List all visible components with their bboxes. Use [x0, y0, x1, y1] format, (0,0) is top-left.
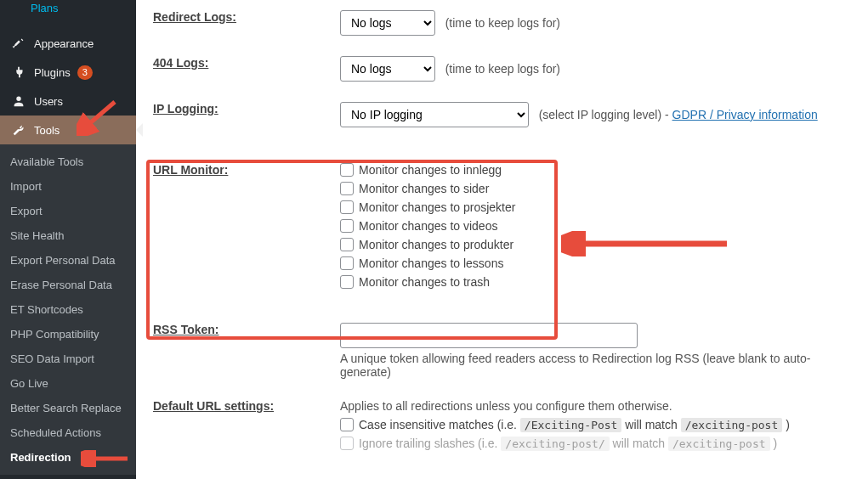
sidebar-subitem[interactable]: Go Live — [0, 371, 136, 396]
ignore-label: Ignore trailing slashes (i.e. /exciting-… — [359, 437, 777, 450]
sidebar-item-plans[interactable]: Plans — [0, 0, 136, 20]
label-ip-logging: IP Logging: — [153, 102, 218, 116]
monitor-label: Monitor changes to prosjekter — [359, 200, 515, 214]
row-404-logs: 404 Logs: No logs (time to keep logs for… — [153, 46, 851, 92]
sidebar-subitem[interactable]: SEO Data Import — [0, 347, 136, 371]
sidebar-subitem[interactable]: Import — [0, 174, 136, 199]
checkbox-case-insensitive[interactable] — [340, 418, 354, 431]
code-sample: /exciting-post — [681, 418, 783, 432]
sidebar-submenu: Available Tools Import Export Site Healt… — [0, 144, 136, 475]
sidebar-subitem[interactable]: Available Tools — [0, 149, 136, 174]
monitor-label: Monitor changes to lessons — [359, 256, 503, 270]
plug-icon — [10, 64, 27, 81]
code-sample: /Exciting-Post — [520, 418, 622, 432]
hint-404: (time to keep logs for) — [445, 62, 560, 76]
sidebar-subitem[interactable]: ET Shortcodes — [0, 297, 136, 322]
checkbox-monitor-videos[interactable] — [340, 219, 354, 233]
code-sample: /exciting-post — [668, 437, 770, 451]
label-default-url: Default URL settings: — [153, 399, 274, 413]
sidebar-item-tools[interactable]: Tools — [0, 116, 136, 144]
label-rss-token: RSS Token: — [153, 323, 219, 336]
sidebar-subitem[interactable]: Site Health — [0, 223, 136, 248]
label-redirect-logs: Redirect Logs: — [153, 10, 236, 24]
sidebar-subitem[interactable]: Export Personal Data — [0, 248, 136, 273]
rss-desc: A unique token allowing feed readers acc… — [340, 352, 851, 379]
checkbox-monitor-sider[interactable] — [340, 182, 354, 195]
row-redirect-logs: Redirect Logs: No logs (time to keep log… — [153, 0, 851, 46]
admin-sidebar: Plans Appearance Plugins 3 Users Tools A… — [0, 0, 136, 479]
sidebar-subitem[interactable]: Erase Personal Data — [0, 273, 136, 297]
sidebar-subitem[interactable]: PHP Compatibility — [0, 322, 136, 347]
checkbox-monitor-trash[interactable] — [340, 275, 354, 289]
brush-icon — [10, 35, 27, 52]
code-sample: /exciting-post/ — [501, 437, 609, 451]
monitor-label: Monitor changes to sider — [359, 182, 489, 195]
row-ip-logging: IP Logging: No IP logging (select IP log… — [153, 92, 851, 138]
plugin-badge: 3 — [77, 65, 93, 80]
monitor-label: Monitor changes to produkter — [359, 238, 513, 251]
sidebar-item-plugins[interactable]: Plugins 3 — [0, 58, 136, 87]
checkbox-monitor-lessons[interactable] — [340, 256, 354, 270]
monitor-label: Monitor changes to videos — [359, 219, 497, 233]
checkbox-monitor-innlegg[interactable] — [340, 163, 354, 177]
sidebar-item-appearance[interactable]: Appearance — [0, 29, 136, 58]
case-label: Case insensitive matches (i.e. /Exciting… — [359, 418, 790, 431]
checkbox-monitor-prosjekter[interactable] — [340, 200, 354, 214]
select-ip-logging[interactable]: No IP logging — [340, 102, 529, 127]
select-redirect-logs[interactable]: No logs — [340, 10, 435, 36]
gdpr-link[interactable]: GDPR / Privacy information — [672, 108, 818, 121]
row-rss-token: RSS Token: A unique token allowing feed … — [153, 304, 851, 389]
sidebar-item-label: Appearance — [34, 37, 94, 50]
row-url-monitor: URL Monitor: Monitor changes to innlegg … — [153, 138, 851, 304]
label-404-logs: 404 Logs: — [153, 56, 208, 70]
monitor-label: Monitor changes to innlegg — [359, 163, 502, 177]
label-url-monitor: URL Monitor: — [153, 163, 228, 177]
wrench-icon — [10, 121, 27, 138]
users-icon — [10, 93, 27, 110]
sidebar-subitem-redirection[interactable]: Redirection — [0, 445, 136, 470]
sidebar-subitem[interactable]: Scheduled Actions — [0, 420, 136, 445]
sidebar-item-label: Plugins — [34, 66, 71, 79]
checkbox-monitor-produkter[interactable] — [340, 238, 354, 251]
settings-content: Redirect Logs: No logs (time to keep log… — [136, 0, 868, 479]
sidebar-item-users[interactable]: Users — [0, 87, 136, 116]
sidebar-item-label: Tools — [34, 124, 60, 137]
input-rss-token[interactable] — [340, 323, 638, 348]
default-desc: Applies to all redirections unless you c… — [340, 399, 851, 413]
hint-redirect: (time to keep logs for) — [445, 16, 560, 30]
select-404-logs[interactable]: No logs — [340, 56, 435, 82]
monitor-label: Monitor changes to trash — [359, 275, 490, 289]
row-default-url: Default URL settings: Applies to all red… — [153, 389, 851, 465]
hint-ip: (select IP logging level) - GDPR / Priva… — [539, 108, 818, 121]
sidebar-subitem[interactable]: Better Search Replace — [0, 396, 136, 420]
sidebar-item-label: Plans — [31, 2, 59, 14]
sidebar-item-label: Users — [34, 95, 63, 108]
sidebar-subitem[interactable]: Export — [0, 199, 136, 223]
checkbox-ignore-slash[interactable] — [340, 437, 354, 450]
